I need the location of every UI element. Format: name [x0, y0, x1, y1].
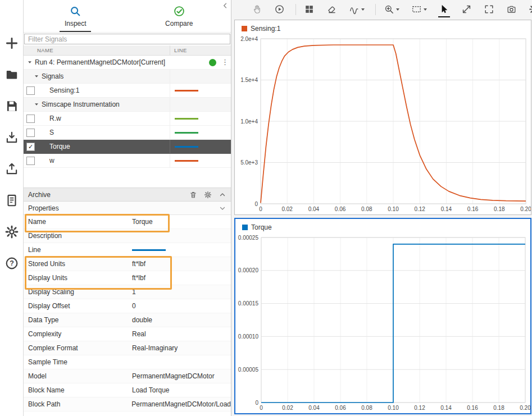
property-value: 1 — [128, 288, 231, 296]
region-zoom-button[interactable] — [409, 2, 429, 16]
dropdown-caret-icon[interactable] — [396, 8, 399, 11]
signal-checkbox[interactable] — [26, 115, 35, 123]
layout-grid-button[interactable] — [302, 2, 317, 16]
property-row[interactable]: Name Torque — [24, 215, 231, 229]
properties-header[interactable]: Properties — [24, 202, 231, 215]
property-row[interactable]: Description — [24, 229, 231, 243]
preferences-gear-icon[interactable] — [4, 225, 19, 239]
property-label: Line — [24, 246, 128, 254]
export-icon[interactable] — [4, 162, 19, 176]
property-row[interactable]: Display Units ft*lbf — [24, 271, 231, 285]
svg-text:0.08: 0.08 — [361, 405, 372, 411]
tab-inspect[interactable]: Inspect — [24, 0, 128, 32]
layout-grid-icon — [304, 4, 315, 15]
property-row[interactable]: Block Path PermanentMagnetDCMotor/Load — [24, 397, 231, 412]
plot-settings-gear-button[interactable] — [526, 2, 532, 16]
torque-plot[interactable]: 00.000050.000100.000150.000200.0002500.0… — [235, 234, 530, 413]
import-icon[interactable] — [4, 130, 19, 145]
line-cell — [170, 112, 231, 125]
signal-checkbox[interactable]: ✓ — [26, 143, 35, 151]
chevron-down-icon[interactable] — [219, 204, 226, 212]
property-row[interactable]: Sample Time — [24, 355, 231, 369]
property-label: Stored Units — [24, 260, 128, 268]
signal-group-row[interactable]: Simscape Instrumentation — [24, 98, 231, 112]
signal-row[interactable]: S — [24, 126, 231, 140]
property-label: Block Name — [24, 386, 128, 394]
archive-title: Archive — [28, 191, 51, 199]
property-row[interactable]: Complex Format Real-Imaginary — [24, 341, 231, 355]
caret-down-icon[interactable] — [34, 102, 39, 107]
caret-down-icon[interactable] — [34, 74, 39, 79]
legend-swatch — [242, 26, 247, 31]
group-label: Simscape Instrumentation — [42, 100, 120, 108]
pan-hand-button[interactable] — [249, 2, 265, 16]
signal-group-row[interactable]: Signals — [24, 70, 231, 84]
dropdown-caret-icon[interactable] — [424, 8, 427, 11]
plot-settings-gear-icon — [529, 4, 532, 15]
chart-panel-torque[interactable]: Torque 00.000050.000100.000150.000200.00… — [234, 218, 531, 414]
property-row[interactable]: Model PermanentMagnetDCMotor — [24, 369, 231, 383]
line-swatch — [175, 118, 198, 120]
svg-text:0.14: 0.14 — [440, 405, 452, 411]
signal-row[interactable]: R.w — [24, 112, 231, 126]
signal-checkbox[interactable] — [26, 129, 35, 137]
svg-text:0.00005: 0.00005 — [238, 367, 259, 373]
property-row[interactable]: Display Offset 0 — [24, 299, 231, 313]
kebab-menu-icon[interactable]: ⋮ — [221, 58, 229, 67]
cursor-arrow-button[interactable] — [436, 2, 452, 16]
svg-text:0.20: 0.20 — [520, 206, 531, 212]
sensing-plot[interactable]: 05.0e+31.0e+41.5e+42.0e+400.020.040.060.… — [235, 35, 531, 214]
property-row[interactable]: Line — [24, 243, 231, 257]
signal-row[interactable]: w — [24, 154, 231, 168]
property-row[interactable]: Stored Units ft*lbf — [24, 257, 231, 271]
signal-wave-button[interactable] — [347, 2, 367, 16]
signal-checkbox[interactable] — [26, 157, 35, 165]
signal-row[interactable]: Sensing:1 — [24, 84, 231, 98]
svg-text:0: 0 — [260, 405, 263, 411]
group-label: Signals — [42, 72, 63, 80]
svg-text:0.00020: 0.00020 — [238, 267, 259, 273]
property-row[interactable]: Complexity Real — [24, 327, 231, 341]
save-icon[interactable] — [4, 99, 19, 113]
add-icon[interactable] — [4, 36, 19, 51]
cursor-arrow-icon — [439, 4, 449, 15]
eraser-button[interactable] — [324, 2, 339, 16]
svg-text:0: 0 — [255, 400, 258, 406]
line-cell — [170, 154, 231, 167]
archive-gear-icon[interactable] — [204, 191, 212, 199]
property-row[interactable]: Data Type double — [24, 313, 231, 327]
line-swatch — [175, 146, 198, 148]
help-icon[interactable]: ? — [4, 256, 19, 271]
fit-to-view-button[interactable] — [481, 2, 497, 16]
toolbar-separator — [295, 4, 296, 15]
dropdown-caret-icon[interactable] — [361, 8, 365, 11]
toolbar-separator — [375, 4, 376, 15]
signal-name: w — [49, 157, 54, 164]
svg-text:2.0e+4: 2.0e+4 — [240, 36, 258, 42]
signal-row[interactable]: ✓ Torque — [24, 140, 231, 154]
signal-checkbox[interactable] — [26, 86, 35, 95]
tab-inspect-label: Inspect — [65, 20, 87, 28]
collapse-up-icon[interactable] — [219, 191, 226, 199]
column-header-name: NAME — [24, 47, 170, 53]
svg-text:0.00025: 0.00025 — [238, 235, 259, 241]
archive-bar[interactable]: Archive — [24, 188, 231, 202]
caret-down-icon[interactable] — [27, 60, 33, 65]
run-row[interactable]: Run 4: PermanentMagnetDCMotor[Current] ⋮ — [24, 56, 231, 70]
property-label: Model — [24, 372, 128, 380]
chart-panel-sensing[interactable]: Sensing:1 05.0e+31.0e+41.5e+42.0e+400.02… — [234, 20, 531, 215]
filter-signals-input[interactable] — [24, 34, 230, 44]
open-folder-icon[interactable] — [4, 67, 19, 82]
trash-icon[interactable] — [189, 191, 197, 199]
report-icon[interactable] — [4, 193, 19, 208]
svg-text:0.04: 0.04 — [308, 206, 320, 212]
replay-button[interactable] — [272, 2, 287, 16]
property-row[interactable]: Display Scaling 1 — [24, 285, 231, 299]
snapshot-camera-button[interactable] — [504, 2, 519, 16]
region-zoom-icon — [411, 4, 422, 15]
property-row[interactable]: Block Name Load Torque — [24, 383, 231, 397]
property-label: Complexity — [24, 330, 128, 338]
expand-plot-button[interactable] — [459, 2, 474, 16]
tab-compare[interactable]: Compare — [128, 0, 231, 32]
zoom-in-button[interactable] — [381, 2, 402, 16]
